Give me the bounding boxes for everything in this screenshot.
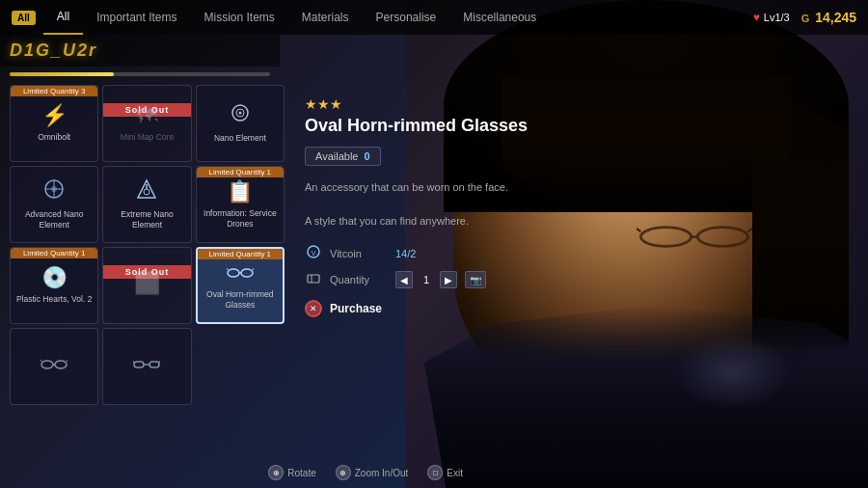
item-icon-advanced bbox=[43, 178, 65, 205]
item-icon-oval-glasses bbox=[227, 260, 254, 285]
item-nano-element[interactable]: Nano Element bbox=[196, 85, 285, 162]
item-icon-hearts: 💿 bbox=[41, 265, 68, 290]
item-icon-unknown: ⬜ bbox=[134, 271, 160, 296]
svg-point-16 bbox=[241, 269, 253, 277]
gold-amount: G 14,245 bbox=[801, 10, 856, 25]
heart-icon: ♥ bbox=[753, 11, 760, 24]
limited-banner-omnibolt: Limited Quantity 3 bbox=[11, 86, 97, 96]
item-advanced-nano[interactable]: Advanced Nano Element bbox=[10, 166, 98, 243]
tab-materials[interactable]: Materials bbox=[288, 0, 363, 35]
health-text: Lv1/3 bbox=[764, 12, 790, 23]
vitcoin-icon: V bbox=[305, 245, 322, 261]
purchase-label: Purchase bbox=[330, 302, 382, 315]
item-extreme-nano[interactable]: Extreme Nano Element bbox=[102, 166, 191, 243]
svg-line-19 bbox=[253, 268, 254, 270]
item-icon-map: 🗺 bbox=[136, 103, 157, 128]
svg-point-7 bbox=[238, 112, 241, 115]
vitcoin-value: 14/2 bbox=[395, 248, 416, 259]
character-glasses bbox=[637, 222, 752, 251]
top-bar: All All Important Items Mission Items Ma… bbox=[0, 0, 868, 35]
svg-rect-26 bbox=[149, 362, 159, 367]
item-icon-extreme bbox=[136, 178, 157, 205]
availability-badge: Available 0 bbox=[305, 147, 381, 166]
item-icon-glasses-b bbox=[133, 352, 160, 377]
qty-decrease-btn[interactable]: ◀ bbox=[395, 271, 413, 288]
item-oval-glasses[interactable]: Limited Quantity 1 Oval Horn-rimmed Glas… bbox=[196, 247, 285, 324]
top-right-info: ♥ Lv1/3 G 14,245 bbox=[753, 0, 856, 35]
limited-banner-drones: Limited Quantity 1 bbox=[197, 167, 284, 177]
detail-description: An accessory that can be worn on the fac… bbox=[305, 179, 534, 230]
item-glasses-a[interactable] bbox=[10, 328, 98, 405]
availability-text: Available bbox=[315, 150, 358, 162]
item-unknown-sold[interactable]: Sold Out ⬜ bbox=[102, 247, 191, 324]
quantity-row: Quantity ◀ 1 ▶ 📷 bbox=[305, 271, 534, 288]
tab-mission-items[interactable]: Mission Items bbox=[191, 0, 288, 35]
desc-line2: A style that you can find anywhere. bbox=[305, 213, 534, 230]
svg-line-28 bbox=[133, 361, 134, 363]
tab-miscellaneous[interactable]: Miscellaneous bbox=[449, 0, 550, 35]
purchase-icon: ✕ bbox=[305, 300, 322, 317]
svg-line-24 bbox=[67, 360, 68, 362]
qty-value: 1 bbox=[420, 274, 432, 285]
svg-rect-32 bbox=[308, 275, 319, 283]
svg-point-1 bbox=[697, 228, 747, 247]
svg-point-15 bbox=[228, 269, 239, 277]
tab-important-items[interactable]: Important Items bbox=[83, 0, 190, 35]
item-glasses-b[interactable] bbox=[102, 328, 191, 405]
item-icon-glasses-a bbox=[41, 352, 68, 377]
limited-banner-hearts: Limited Quantity 1 bbox=[11, 248, 97, 258]
svg-line-18 bbox=[227, 268, 228, 270]
tab-personalise[interactable]: Personalise bbox=[363, 0, 450, 35]
all-badge: All bbox=[12, 11, 36, 25]
purchase-row[interactable]: ✕ Purchase bbox=[305, 298, 534, 319]
item-info-drones[interactable]: Limited Quantity 1 📋 Information: Servic… bbox=[196, 166, 285, 243]
svg-point-21 bbox=[55, 361, 67, 368]
item-name-nano: Nano Element bbox=[214, 133, 266, 144]
item-plastic-hearts[interactable]: Limited Quantity 1 💿 Plastic Hearts, Vol… bbox=[10, 247, 98, 324]
health-bar: ♥ Lv1/3 bbox=[753, 11, 790, 24]
svg-rect-25 bbox=[134, 362, 144, 367]
item-mini-map-core[interactable]: Sold Out 🗺 Mini Map Core bbox=[102, 85, 191, 162]
item-name-extreme: Extreme Nano Element bbox=[107, 209, 186, 230]
gold-label: G bbox=[801, 13, 810, 24]
item-icon-drones: 📋 bbox=[227, 179, 253, 204]
desc-line1: An accessory that can be worn on the fac… bbox=[305, 179, 534, 197]
quantity-controls: ◀ 1 ▶ 📷 bbox=[395, 271, 486, 288]
limited-banner-glasses: Limited Quantity 1 bbox=[198, 249, 283, 259]
svg-line-4 bbox=[748, 229, 752, 231]
item-empty bbox=[196, 328, 285, 405]
gold-value: 14,245 bbox=[815, 10, 856, 25]
item-name-map: Mini Map Core bbox=[121, 132, 174, 143]
vitcoin-row: V Vitcoin 14/2 bbox=[305, 245, 534, 261]
svg-line-29 bbox=[159, 361, 160, 363]
item-name-omnibolt: Omnibolt bbox=[38, 132, 70, 143]
svg-line-3 bbox=[637, 229, 640, 231]
item-name-hearts: Plastic Hearts, Vol. 2 bbox=[16, 294, 92, 305]
detail-title: Oval Horn-rimmed Glasses bbox=[305, 116, 534, 137]
qty-increase-btn[interactable]: ▶ bbox=[440, 271, 457, 288]
svg-point-11 bbox=[51, 186, 57, 192]
item-icon-nano bbox=[230, 102, 251, 129]
item-name-drones: Information: Service Drones bbox=[201, 208, 280, 230]
item-icon-omnibolt: ⚡ bbox=[41, 103, 68, 128]
item-omnibolt[interactable]: Limited Quantity 3 ⚡ Omnibolt bbox=[10, 85, 98, 162]
item-grid: Limited Quantity 3 ⚡ Omnibolt Sold Out 🗺… bbox=[10, 85, 285, 405]
quantity-label: Quantity bbox=[330, 274, 388, 285]
item-stars: ★★★ bbox=[305, 96, 534, 112]
item-name-advanced: Advanced Nano Element bbox=[14, 209, 94, 230]
svg-point-20 bbox=[41, 361, 53, 368]
svg-point-0 bbox=[640, 228, 691, 247]
tab-all[interactable]: All bbox=[43, 0, 83, 35]
availability-num: 0 bbox=[364, 150, 369, 162]
quantity-icon bbox=[305, 272, 322, 288]
detail-panel: ★★★ Oval Horn-rimmed Glasses Available 0… bbox=[289, 85, 550, 340]
vitcoin-label: Vitcoin bbox=[330, 248, 388, 259]
item-name-oval-glasses: Oval Horn-rimmed Glasses bbox=[202, 289, 279, 311]
svg-line-23 bbox=[41, 360, 41, 362]
svg-point-13 bbox=[144, 189, 149, 195]
qty-photo-btn[interactable]: 📷 bbox=[465, 271, 486, 288]
svg-text:V: V bbox=[312, 250, 316, 257]
